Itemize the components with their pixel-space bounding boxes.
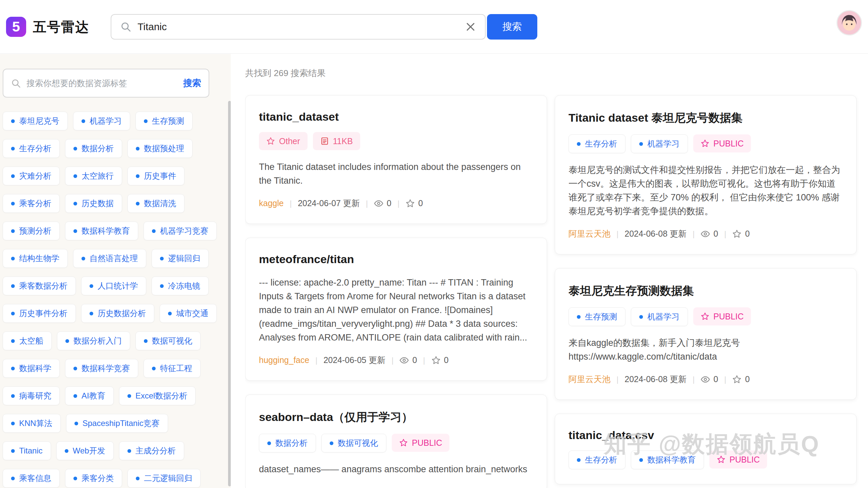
sidebar-tag[interactable]: 机器学习竞赛 xyxy=(144,222,217,240)
source-link[interactable]: kaggle xyxy=(259,198,284,208)
sidebar-tag[interactable]: 数据清洗 xyxy=(127,194,184,213)
sidebar-tag[interactable]: 二元逻辑回归 xyxy=(127,469,200,488)
sidebar-tag[interactable]: 冷冻电镜 xyxy=(152,276,209,295)
tag-dot-icon xyxy=(65,339,69,343)
tag-dot-icon xyxy=(73,147,77,151)
star-icon xyxy=(732,229,742,239)
card-title[interactable]: titanic_data.csv xyxy=(568,429,843,442)
card-description: The Titanic dataset includes information… xyxy=(259,160,533,188)
sidebar-tag[interactable]: 生存分析 xyxy=(3,139,60,158)
card-title[interactable]: 泰坦尼克生存预测数据集 xyxy=(568,283,843,299)
sidebar-tag[interactable]: 数据科学教育 xyxy=(65,222,138,240)
sidebar-tag[interactable]: 历史事件分析 xyxy=(3,304,76,323)
sidebar-tag[interactable]: 历史事件 xyxy=(127,167,184,185)
stars-stat[interactable]: 0 xyxy=(732,375,750,384)
card-tag[interactable]: 机器学习 xyxy=(631,307,688,326)
sidebar-tag[interactable]: 城市交通 xyxy=(160,304,217,323)
sidebar-tag[interactable]: 结构生物学 xyxy=(3,249,68,268)
card-title[interactable]: titanic_dataset xyxy=(259,110,533,123)
logo[interactable]: 5 五号雷达 xyxy=(6,0,89,54)
sidebar-scrollbar[interactable] xyxy=(228,101,231,486)
sidebar-tag[interactable]: 生存预测 xyxy=(135,111,192,130)
card-title[interactable]: Titanic dataset 泰坦尼克号数据集 xyxy=(568,110,843,126)
eye-icon xyxy=(701,375,710,384)
card-description: 泰坦尼克号的测试文件和提交性别报告，并把它们放在一起，整合为一个csv。这是伟大… xyxy=(568,163,843,218)
tag-search-input[interactable] xyxy=(27,78,183,88)
source-link[interactable]: 阿里云天池 xyxy=(568,374,611,385)
sidebar-tag[interactable]: 数据预处理 xyxy=(127,139,192,158)
stars-stat[interactable]: 0 xyxy=(431,355,449,365)
sidebar-tag[interactable]: 乘客数据分析 xyxy=(3,276,76,295)
tag-dot-icon xyxy=(577,315,581,319)
tag-filesize[interactable]: 11KB xyxy=(313,132,360,150)
clear-search-icon[interactable] xyxy=(465,21,476,33)
sidebar-tag[interactable]: 数据分析 xyxy=(65,139,122,158)
sidebar-tag[interactable]: 人口统计学 xyxy=(81,276,146,295)
sidebar-tag[interactable]: 历史数据分析 xyxy=(81,304,154,323)
sidebar-tag[interactable]: 乘客分类 xyxy=(65,469,122,488)
views-stat: 0 xyxy=(374,198,392,208)
card-footer: 阿里云天池 | 2024-06-08 更新 | 0 | xyxy=(568,374,843,385)
user-avatar[interactable] xyxy=(836,10,862,35)
sidebar-tag[interactable]: 逻辑回归 xyxy=(152,249,209,268)
sidebar-tag[interactable]: 机器学习 xyxy=(73,111,130,130)
tag-public[interactable]: PUBLIC xyxy=(693,307,751,325)
sidebar-tag[interactable]: 数据分析入门 xyxy=(57,331,130,350)
update-date: 2024-06-08 更新 xyxy=(624,374,687,385)
divider: | xyxy=(290,199,292,208)
card-title[interactable]: meteofrance/titan xyxy=(259,253,533,266)
sidebar-tag-label: 泰坦尼克号 xyxy=(19,116,59,126)
sidebar-tag[interactable]: 主成分分析 xyxy=(119,442,184,460)
tag-dot-icon xyxy=(11,284,15,288)
sidebar-tag[interactable]: 特征工程 xyxy=(144,359,200,378)
card-tag[interactable]: 生存分析 xyxy=(568,134,625,153)
divider: | xyxy=(392,356,394,365)
tag-search-button[interactable]: 搜索 xyxy=(183,77,201,89)
sidebar-tag[interactable]: AI教育 xyxy=(65,386,114,405)
search-box[interactable] xyxy=(111,14,486,39)
tag-public[interactable]: PUBLIC xyxy=(392,434,450,452)
tag-public[interactable]: PUBLIC xyxy=(709,451,767,468)
tag-dot-icon xyxy=(168,312,172,315)
sidebar-tag[interactable]: 灾难分析 xyxy=(3,167,60,185)
source-link[interactable]: hugging_face xyxy=(259,355,309,365)
views-count: 0 xyxy=(412,355,417,365)
sidebar-tag[interactable]: Excel数据分析 xyxy=(119,386,196,405)
sidebar-tag[interactable]: Web开发 xyxy=(56,442,114,460)
card-tag[interactable]: 生存预测 xyxy=(568,307,625,326)
tag-search-box[interactable]: 搜索 xyxy=(3,69,209,98)
update-date: 2024-06-05 更新 xyxy=(323,355,385,366)
sidebar-tag[interactable]: 太空旅行 xyxy=(65,167,122,185)
card-tag[interactable]: 数据分析 xyxy=(259,434,316,453)
sidebar-tag[interactable]: 数据可视化 xyxy=(135,331,200,350)
result-card: titanic_dataset Other 11KB xyxy=(245,95,547,224)
search-input[interactable] xyxy=(137,21,465,33)
stars-stat[interactable]: 0 xyxy=(405,198,423,208)
sidebar-tag[interactable]: 预测分析 xyxy=(3,222,60,240)
card-tag[interactable]: 生存分析 xyxy=(568,451,625,469)
tag-other[interactable]: Other xyxy=(259,132,308,150)
sidebar-tag[interactable]: 自然语言处理 xyxy=(73,249,146,268)
sidebar-tag[interactable]: 泰坦尼克号 xyxy=(3,111,68,130)
source-link[interactable]: 阿里云天池 xyxy=(568,228,611,239)
sidebar-tag[interactable]: 历史数据 xyxy=(65,194,122,213)
card-tags: 生存分析 数据科学教育 PUBLIC xyxy=(568,451,843,469)
sidebar-tag[interactable]: SpaceshipTitanic竞赛 xyxy=(66,414,168,433)
sidebar-tag[interactable]: KNN算法 xyxy=(3,414,61,433)
sidebar-tag[interactable]: 乘客分析 xyxy=(3,194,60,213)
card-tag[interactable]: 数据科学教育 xyxy=(631,451,704,469)
sidebar-tag[interactable]: 乘客信息 xyxy=(3,469,60,488)
sidebar-tag[interactable]: 太空船 xyxy=(3,331,52,350)
stars-stat[interactable]: 0 xyxy=(732,229,750,239)
card-tag[interactable]: 数据可视化 xyxy=(321,434,386,453)
sidebar-tag[interactable]: 数据科学竞赛 xyxy=(65,359,138,378)
card-title[interactable]: seaborn–data（仅用于学习） xyxy=(259,410,533,425)
stars-count: 0 xyxy=(745,229,750,239)
sidebar-tag[interactable]: 数据科学 xyxy=(3,359,60,378)
sidebar-tag[interactable]: Titanic xyxy=(3,442,51,460)
views-count: 0 xyxy=(387,198,392,208)
sidebar-tag[interactable]: 病毒研究 xyxy=(3,386,60,405)
search-button[interactable]: 搜索 xyxy=(487,14,537,39)
card-tag[interactable]: 机器学习 xyxy=(631,134,688,153)
tag-public[interactable]: PUBLIC xyxy=(693,134,751,153)
